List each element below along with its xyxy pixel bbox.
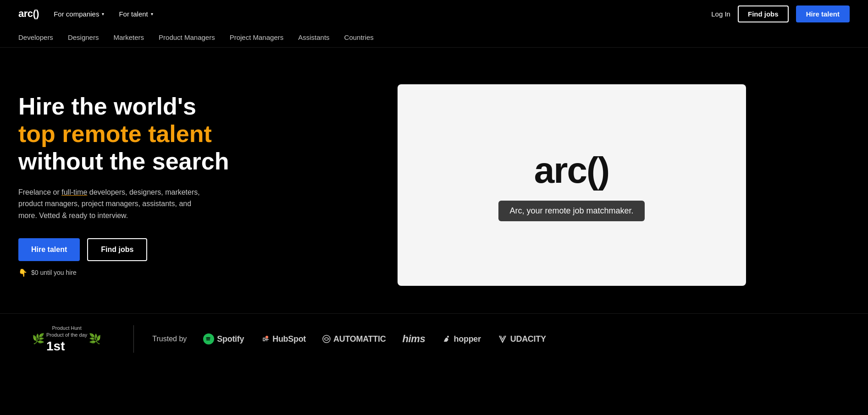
hopper-name: hopper <box>454 334 481 344</box>
hero-media-tagline: Arc, your remote job matchmaker. <box>498 201 644 221</box>
nav-product-managers[interactable]: Product Managers <box>159 33 215 41</box>
nav-project-managers[interactable]: Project Managers <box>230 33 284 41</box>
automattic-icon <box>322 335 331 343</box>
for-companies-dropdown[interactable]: For companies ▾ <box>54 10 104 18</box>
hero-subtitle: Freelance or full-time developers, desig… <box>18 186 211 222</box>
hopper-logo: hopper <box>442 334 481 344</box>
find-jobs-nav-button[interactable]: Find jobs <box>738 5 789 22</box>
hero-title-highlight: top remote talent <box>18 120 212 147</box>
secondary-navigation: Developers Designers Marketers Product M… <box>0 27 868 48</box>
trusted-logos-list: Spotify HubSpot AUTOMATTIC hims <box>203 333 546 345</box>
chevron-down-icon: ▾ <box>102 11 104 16</box>
logo[interactable]: arc() <box>18 8 39 20</box>
chevron-down-icon: ▾ <box>151 11 153 16</box>
nav-right: Log In Find jobs Hire talent <box>711 5 850 22</box>
hero-media-card: arc() Arc, your remote job matchmaker. <box>398 84 746 286</box>
full-time-underline: full-time <box>61 188 87 196</box>
hero-title: Hire the world's top remote talent witho… <box>18 93 266 175</box>
hims-logo: hims <box>402 333 425 345</box>
spotify-logo: Spotify <box>203 333 244 344</box>
find-jobs-hero-button[interactable]: Find jobs <box>87 238 147 261</box>
footer-divider <box>133 325 134 353</box>
udacity-logo: UDACITY <box>498 334 546 344</box>
hero-buttons: Hire talent Find jobs <box>18 238 266 261</box>
hero-title-line2: without the search <box>18 148 229 175</box>
pointing-down-icon: 👇 <box>18 268 28 277</box>
product-hunt-line1: Product Hunt <box>46 325 87 332</box>
spotify-name: Spotify <box>217 334 244 344</box>
for-companies-label: For companies <box>54 10 99 18</box>
hire-talent-nav-button[interactable]: Hire talent <box>796 5 850 22</box>
hire-talent-hero-button[interactable]: Hire talent <box>18 238 80 261</box>
nav-designers[interactable]: Designers <box>68 33 99 41</box>
zero-cost-text: $0 until you hire <box>31 269 77 276</box>
product-hunt-badge: 🌿 Product Hunt Product of the day 1st 🌿 <box>18 325 115 354</box>
hero-title-line1: Hire the world's <box>18 93 196 120</box>
svg-point-1 <box>265 336 268 339</box>
for-talent-label: For talent <box>119 10 148 18</box>
hubspot-logo: HubSpot <box>260 334 306 344</box>
hero-section: Hire the world's top remote talent witho… <box>0 48 868 313</box>
trusted-by-label: Trusted by <box>152 335 187 343</box>
nav-left: arc() For companies ▾ For talent ▾ <box>18 8 153 20</box>
udacity-name: UDACITY <box>510 334 546 344</box>
svg-point-3 <box>447 336 449 338</box>
nav-marketers[interactable]: Marketers <box>113 33 144 41</box>
footer-strip: 🌿 Product Hunt Product of the day 1st 🌿 … <box>0 313 868 365</box>
top-navigation: arc() For companies ▾ For talent ▾ Log I… <box>0 0 868 27</box>
hims-name: hims <box>402 333 425 345</box>
laurel-right-icon: 🌿 <box>89 333 101 345</box>
hero-right-media: arc() Arc, your remote job matchmaker. <box>293 84 850 286</box>
hopper-icon <box>442 334 451 344</box>
hubspot-icon <box>260 334 270 344</box>
laurel-left-icon: 🌿 <box>32 333 44 345</box>
hubspot-name: HubSpot <box>272 334 306 344</box>
hero-left-content: Hire the world's top remote talent witho… <box>18 93 266 277</box>
product-hunt-line2: Product of the day <box>46 332 87 339</box>
laurel-decoration: 🌿 Product Hunt Product of the day 1st 🌿 <box>32 325 101 354</box>
nav-countries[interactable]: Countries <box>344 33 374 41</box>
for-talent-dropdown[interactable]: For talent ▾ <box>119 10 153 18</box>
hero-media-arc-logo: arc() <box>534 149 609 191</box>
trusted-by-section: Trusted by Spotify HubSpot <box>152 333 546 345</box>
automattic-name: AUTOMATTIC <box>333 334 386 344</box>
product-hunt-rank: 1st <box>46 339 87 354</box>
zero-cost-label: 👇 $0 until you hire <box>18 268 266 277</box>
automattic-logo: AUTOMATTIC <box>322 334 386 344</box>
nav-developers[interactable]: Developers <box>18 33 53 41</box>
login-button[interactable]: Log In <box>711 10 730 18</box>
udacity-icon <box>498 334 508 344</box>
spotify-icon <box>203 333 214 344</box>
nav-assistants[interactable]: Assistants <box>298 33 329 41</box>
